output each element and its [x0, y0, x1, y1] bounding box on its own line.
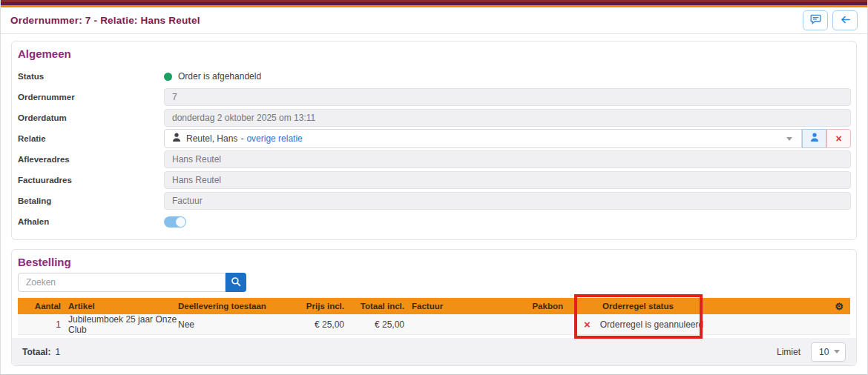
status-text: Order is afgehandeld	[178, 71, 261, 82]
total-wrap: Totaal: 1	[22, 347, 60, 357]
status-label: Status	[18, 72, 164, 81]
orderdatum-field[interactable]: donderdag 2 oktober 2025 om 13:11	[164, 109, 851, 127]
factuuradres-row: Factuuradres Hans Reutel	[18, 170, 851, 190]
search-button[interactable]	[226, 273, 246, 292]
relatie-separator: -	[240, 133, 243, 144]
orderregel-status-text: Orderregel is geannuleerd	[600, 319, 703, 330]
page-title: Ordernummer: 7 - Relatie: Hans Reutel	[10, 15, 200, 26]
general-panel-title: Algemeen	[18, 47, 850, 60]
afleveradres-label: Afleveradres	[18, 155, 164, 164]
cell-orderregel-status: × Orderregel is geannuleerd	[563, 319, 749, 330]
betaling-field[interactable]: Factuur	[164, 192, 851, 210]
betaling-row: Betaling Factuur	[18, 190, 851, 211]
cell-aantal: 1	[18, 319, 61, 330]
titlebar-actions	[803, 10, 858, 30]
arrow-left-icon	[840, 14, 851, 27]
relatie-name: Reutel, Hans	[186, 133, 237, 144]
column-header-orderregel-status[interactable]: Orderregel status	[563, 302, 749, 311]
afhalen-label: Afhalen	[18, 217, 164, 226]
comments-button[interactable]	[803, 10, 828, 30]
order-panel: Bestelling Aantal Artikel Deellevering t…	[11, 249, 857, 366]
column-header-deellevering[interactable]: Deellevering toestaan	[178, 302, 304, 311]
total-value: 1	[55, 347, 60, 357]
column-header-factuur[interactable]: Factuur	[404, 302, 507, 311]
status-value: Order is afgehandeld	[164, 71, 851, 82]
chevron-down-icon	[786, 137, 792, 141]
title-bar: Ordernummer: 7 - Relatie: Hans Reutel	[1, 7, 867, 34]
table-row[interactable]: 1 Jubileumboek 25 jaar Onze Club Nee € 2…	[18, 314, 850, 335]
table-header-row: Aantal Artikel Deellevering toestaan Pri…	[18, 298, 850, 314]
orderdatum-label: Orderdatum	[18, 113, 164, 122]
relatie-row: Relatie Reutel, Hans - overige relatie	[18, 128, 851, 149]
person-icon	[810, 132, 819, 145]
afleveradres-row: Afleveradres Hans Reutel	[18, 149, 851, 170]
general-panel: Algemeen Status Order is afgehandeld Ord…	[11, 41, 857, 240]
table-footer: Totaal: 1 Limiet 10	[12, 338, 856, 365]
column-header-pakbon[interactable]: Pakbon	[507, 302, 563, 311]
afhalen-toggle[interactable]	[164, 216, 186, 228]
relatie-label: Relatie	[18, 134, 164, 143]
column-header-prijs[interactable]: Prijs incl.	[304, 302, 344, 311]
betaling-label: Betaling	[18, 196, 164, 205]
limit-label: Limiet	[777, 347, 800, 357]
search-input[interactable]	[18, 273, 226, 292]
cell-deellevering: Nee	[178, 319, 304, 330]
clear-relation-button[interactable]: ×	[826, 129, 851, 148]
status-green-dot-icon	[164, 73, 172, 81]
back-button[interactable]	[832, 10, 858, 30]
factuuradres-field[interactable]: Hans Reutel	[164, 171, 851, 189]
order-lines-table: Aantal Artikel Deellevering toestaan Pri…	[18, 298, 850, 335]
close-icon: ×	[835, 133, 841, 145]
search-icon	[231, 276, 241, 289]
factuuradres-label: Factuuradres	[18, 176, 164, 185]
chevron-down-icon	[834, 350, 840, 354]
cell-prijs: € 25,00	[304, 319, 344, 330]
order-panel-title: Bestelling	[18, 256, 850, 268]
relatie-select[interactable]: Reutel, Hans - overige relatie	[164, 129, 802, 148]
limit-select[interactable]: 10	[811, 342, 846, 362]
afleveradres-field[interactable]: Hans Reutel	[164, 150, 851, 168]
cell-totaal: € 25,00	[344, 319, 404, 330]
comment-icon	[810, 14, 821, 27]
column-header-artikel[interactable]: Artikel	[61, 302, 178, 311]
person-icon	[172, 133, 181, 145]
orderdatum-row: Orderdatum donderdag 2 oktober 2025 om 1…	[18, 107, 851, 128]
main-content: Algemeen Status Order is afgehandeld Ord…	[1, 34, 867, 366]
relatie-input-group: Reutel, Hans - overige relatie ×	[164, 129, 851, 148]
ordernummer-label: Ordernummer	[18, 93, 164, 102]
view-relation-button[interactable]	[802, 129, 826, 148]
status-row: Status Order is afgehandeld	[18, 66, 851, 87]
column-header-totaal[interactable]: Totaal incl.	[344, 302, 404, 311]
afhalen-row: Afhalen	[18, 211, 851, 232]
column-header-aantal[interactable]: Aantal	[18, 302, 61, 311]
search-bar	[18, 273, 850, 292]
limit-value: 10	[819, 347, 829, 357]
cell-artikel: Jubileumboek 25 jaar Onze Club	[61, 314, 178, 335]
cancelled-x-icon: ×	[584, 319, 591, 330]
general-form: Status Order is afgehandeld Ordernummer …	[12, 64, 856, 239]
gear-icon[interactable]: ⚙	[835, 302, 844, 311]
limit-wrap: Limiet 10	[777, 342, 846, 362]
total-label: Totaal:	[22, 347, 50, 357]
ordernummer-row: Ordernummer 7	[18, 87, 851, 107]
ordernummer-field[interactable]: 7	[164, 88, 851, 106]
relatie-type-link[interactable]: overige relatie	[246, 133, 302, 144]
